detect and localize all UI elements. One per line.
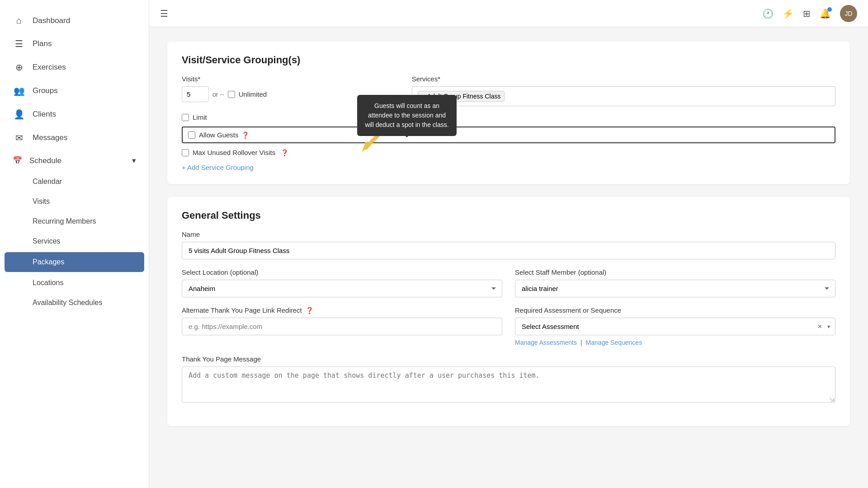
location-select[interactable]: Anaheim (182, 280, 502, 297)
thank-you-label: Thank You Page Message (182, 355, 835, 363)
help-icon[interactable]: ❓ (241, 131, 249, 139)
unlimited-checkbox[interactable] (228, 91, 235, 98)
allow-guests-checkbox[interactable] (188, 131, 195, 139)
assessment-select-wrapper: Select Assessment × ▾ (515, 318, 835, 335)
grouping-section-title: Visit/Service Grouping(s) (182, 54, 835, 66)
tooltip-popup: Guests will count as an attendee to the … (357, 95, 457, 136)
sidebar-sub-item-visits[interactable]: Visits (0, 192, 149, 211)
location-staff-row: Select Location (optional) Anaheim Selec… (182, 268, 835, 297)
sidebar-item-clients[interactable]: 👤 Clients (0, 103, 149, 126)
staff-label: Select Staff Member (optional) (515, 268, 835, 276)
thank-you-textarea[interactable] (182, 366, 835, 403)
sidebar-item-groups[interactable]: 👥 Groups (0, 79, 149, 103)
manage-links: Manage Assessments | Manage Sequences (515, 339, 835, 346)
sidebar-item-schedule[interactable]: 📅 Schedule ▾ (0, 150, 149, 172)
services-label: Services* (412, 75, 835, 83)
checkboxes-row: Limit Allow Guests ❓ Max Unused Rollover… (182, 113, 835, 156)
visits-input[interactable] (182, 86, 209, 102)
grouping-row: Visits* or -- Unlimited Services* (182, 75, 835, 106)
allow-guests-container: Allow Guests ❓ (182, 127, 835, 143)
location-label: Select Location (optional) (182, 268, 502, 276)
topbar: ☰ 🕐 ⚡ ⊞ 🔔 JD (149, 0, 868, 27)
chevron-down-icon: ▾ (132, 156, 136, 165)
grid-icon[interactable]: ⊞ (803, 8, 811, 19)
groups-icon: 👥 (13, 85, 25, 96)
alt-thank-you-label: Alternate Thank You Page Link Redirect ❓ (182, 306, 502, 314)
assessment-label: Required Assessment or Sequence (515, 306, 835, 314)
max-rollover-checkbox-label[interactable]: Max Unused Rollover Visits ❓ (182, 149, 835, 156)
alt-thank-you-input[interactable] (182, 318, 502, 335)
limit-checkbox[interactable] (182, 114, 189, 121)
svg-marker-0 (362, 142, 373, 152)
thank-you-message-group: Thank You Page Message ⤡ (182, 355, 835, 404)
sidebar-sub-item-availability-schedules[interactable]: Availability Schedules (0, 293, 149, 313)
name-input[interactable] (182, 242, 835, 259)
location-col: Select Location (optional) Anaheim (182, 268, 502, 297)
clients-icon: 👤 (13, 109, 25, 120)
sidebar-sub-item-recurring-members[interactable]: Recurring Members (0, 211, 149, 231)
alt-thank-you-col: Alternate Thank You Page Link Redirect ❓ (182, 306, 502, 346)
unlimited-checkbox-label[interactable]: Unlimited (228, 90, 267, 98)
notification-dot (827, 7, 832, 12)
allow-guests-checkbox-label[interactable]: Allow Guests (188, 131, 239, 139)
name-label: Name (182, 230, 835, 238)
resize-handle-icon: ⤡ (829, 396, 834, 403)
assessment-clear-icon[interactable]: × (818, 323, 822, 331)
services-col: Services* × Adult Group Fitness Class (412, 75, 835, 106)
alt-thank-you-help-icon[interactable]: ❓ (306, 307, 313, 314)
general-settings-card: General Settings Name Select Location (o… (167, 197, 850, 426)
plans-icon: ☰ (13, 38, 25, 49)
sidebar-item-dashboard[interactable]: ⌂ Dashboard (0, 9, 149, 32)
alt-thank-you-assessment-row: Alternate Thank You Page Link Redirect ❓… (182, 306, 835, 346)
bell-icon[interactable]: 🔔 (820, 8, 831, 19)
sidebar-item-messages[interactable]: ✉ Messages (0, 126, 149, 150)
add-service-grouping-link[interactable]: + Add Service Grouping (182, 164, 254, 171)
exercises-icon: ⊕ (13, 62, 25, 73)
sidebar-sub-item-locations[interactable]: Locations (0, 273, 149, 293)
assessment-col: Required Assessment or Sequence Select A… (515, 306, 835, 346)
staff-col: Select Staff Member (optional) alicia tr… (515, 268, 835, 297)
main-area: ☰ 🕐 ⚡ ⊞ 🔔 JD Visit/Service Grouping(s) G… (149, 0, 868, 488)
textarea-wrapper: ⤡ (182, 366, 835, 404)
manage-sequences-link[interactable]: Manage Sequences (586, 339, 642, 346)
sidebar-sub-item-services[interactable]: Services (0, 231, 149, 251)
schedule-icon: 📅 (13, 156, 22, 165)
or-text: or -- (212, 91, 224, 98)
lightning-icon[interactable]: ⚡ (783, 8, 794, 19)
avatar[interactable]: JD (840, 5, 857, 22)
staff-select[interactable]: alicia trainer (515, 280, 835, 297)
menu-icon[interactable]: ☰ (160, 8, 168, 19)
sidebar-sub-item-packages[interactable]: Packages (5, 252, 144, 272)
assessment-arrow-icon: ▾ (827, 324, 830, 330)
sidebar-item-plans[interactable]: ☰ Plans (0, 32, 149, 56)
history-icon[interactable]: 🕐 (762, 8, 774, 19)
max-rollover-checkbox[interactable] (182, 149, 189, 156)
sidebar-sub-item-calendar[interactable]: Calendar (0, 172, 149, 192)
sidebar-item-exercises[interactable]: ⊕ Exercises (0, 56, 149, 79)
messages-icon: ✉ (13, 132, 25, 143)
manage-separator: | (580, 339, 582, 346)
content-area: Visit/Service Grouping(s) Guests will co… (149, 27, 868, 488)
sidebar: ⌂ Dashboard ☰ Plans ⊕ Exercises 👥 Groups… (0, 0, 149, 488)
max-rollover-help-icon[interactable]: ❓ (281, 149, 288, 156)
services-input-box[interactable]: × Adult Group Fitness Class (412, 86, 835, 106)
visit-service-grouping-card: Visit/Service Grouping(s) Guests will co… (167, 42, 850, 184)
assessment-select[interactable]: Select Assessment (515, 318, 835, 335)
general-settings-title: General Settings (182, 210, 835, 221)
limit-checkbox-label[interactable]: Limit (182, 113, 835, 121)
home-icon: ⌂ (13, 15, 25, 26)
visits-label: Visits* (182, 75, 394, 83)
manage-assessments-link[interactable]: Manage Assessments (515, 339, 577, 346)
name-field-group: Name (182, 230, 835, 259)
